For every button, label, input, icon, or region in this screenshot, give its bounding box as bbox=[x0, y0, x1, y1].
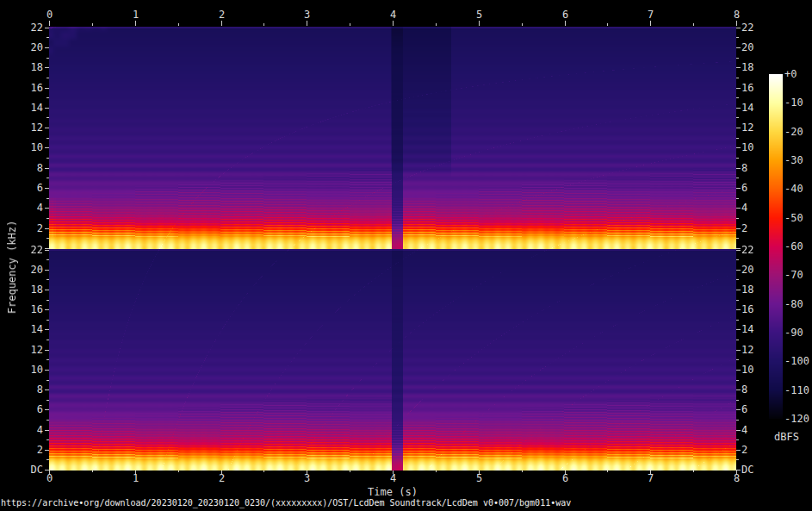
freq-major-tick-right bbox=[736, 270, 741, 271]
freq-minor-tick-right bbox=[736, 178, 739, 178]
freq-major-tick-right bbox=[736, 290, 741, 290]
freq-minor-tick-left bbox=[46, 198, 49, 199]
freq-minor-tick-left bbox=[46, 300, 49, 301]
freq-tick-label-right: 8 bbox=[741, 163, 747, 174]
freq-major-tick-right bbox=[736, 389, 741, 390]
time-major-tick-top bbox=[307, 21, 307, 26]
time-tick-label-top: 1 bbox=[118, 9, 153, 21]
spectrogram-figure: 0011223344556677882222202018181616141412… bbox=[0, 0, 812, 511]
colorbar-tick-label: -80 bbox=[784, 299, 803, 310]
time-tick-label-top: 5 bbox=[462, 9, 497, 21]
freq-tick-label-right: 22 bbox=[741, 22, 753, 34]
time-minor-tick-top bbox=[607, 23, 608, 26]
freq-minor-tick-right bbox=[736, 259, 739, 260]
freq-major-tick-left bbox=[45, 147, 49, 148]
freq-major-tick-right bbox=[736, 28, 741, 28]
colorbar-tick-label: -60 bbox=[784, 241, 803, 252]
freq-tick-label-left: 10 bbox=[17, 142, 43, 153]
freq-tick-label-left: 22 bbox=[17, 245, 43, 256]
colorbar-unit-label: dBFS bbox=[774, 431, 799, 443]
time-axis-label: Time (s) bbox=[49, 486, 736, 498]
freq-major-tick-left bbox=[45, 108, 49, 109]
freq-major-tick-right bbox=[736, 88, 741, 89]
freq-tick-label-left: 2 bbox=[17, 445, 43, 456]
freq-minor-tick-left bbox=[46, 439, 49, 440]
freq-tick-label-right: 12 bbox=[741, 122, 753, 134]
freq-tick-label-left: 4 bbox=[17, 203, 43, 214]
freq-major-tick-right bbox=[736, 228, 741, 229]
freq-tick-label-left: 20 bbox=[17, 42, 43, 53]
freq-major-tick-left bbox=[45, 168, 49, 169]
freq-tick-label-right: 12 bbox=[741, 345, 753, 356]
freq-tick-label-right: 6 bbox=[741, 404, 747, 415]
time-tick-label-bottom: 2 bbox=[204, 473, 239, 484]
freq-major-tick-left bbox=[45, 309, 49, 310]
freq-tick-label-left: 12 bbox=[17, 122, 43, 134]
frequency-axis-label: Frequency (kHz) bbox=[6, 221, 18, 314]
colorbar bbox=[769, 74, 783, 419]
freq-major-tick-right bbox=[736, 409, 741, 410]
freq-major-tick-left bbox=[45, 329, 49, 330]
freq-tick-label-right: 4 bbox=[741, 425, 747, 436]
freq-minor-tick-left bbox=[46, 158, 49, 159]
time-minor-tick-top bbox=[693, 23, 694, 26]
freq-major-tick-right bbox=[736, 47, 741, 48]
freq-major-tick-left bbox=[45, 270, 49, 271]
freq-major-tick-left bbox=[45, 208, 49, 209]
time-tick-label-bottom: 3 bbox=[289, 473, 325, 484]
freq-tick-label-right: 14 bbox=[741, 324, 753, 335]
freq-tick-label-right: 22 bbox=[741, 245, 753, 256]
freq-minor-tick-right bbox=[736, 238, 739, 239]
freq-minor-tick-left bbox=[46, 420, 49, 421]
colorbar-tick-label: -110 bbox=[784, 385, 809, 396]
freq-major-tick-left bbox=[45, 67, 49, 68]
time-tick-label-bottom: 1 bbox=[118, 473, 153, 484]
time-tick-label-top: 2 bbox=[204, 9, 239, 21]
freq-major-tick-right bbox=[736, 309, 741, 310]
time-minor-tick-bottom bbox=[436, 470, 437, 472]
time-tick-label-bottom: 4 bbox=[375, 473, 411, 484]
freq-tick-label-left: 6 bbox=[17, 404, 43, 415]
freq-tick-label-right: 18 bbox=[741, 284, 753, 296]
time-tick-label-bottom: 6 bbox=[548, 473, 583, 484]
freq-minor-tick-right bbox=[736, 37, 739, 38]
freq-minor-tick-right bbox=[736, 138, 739, 139]
freq-minor-tick-left bbox=[46, 218, 49, 219]
time-minor-tick-bottom bbox=[178, 470, 179, 472]
colorbar-tick-label: -50 bbox=[784, 213, 803, 224]
freq-major-tick-left bbox=[45, 128, 49, 128]
time-tick-label-top: 0 bbox=[32, 9, 67, 21]
freq-major-tick-right bbox=[736, 350, 741, 351]
time-tick-label-top: 3 bbox=[289, 9, 325, 21]
colorbar-tick-label: -70 bbox=[784, 270, 803, 281]
freq-minor-tick-left bbox=[46, 359, 49, 360]
time-minor-tick-bottom bbox=[693, 470, 694, 472]
freq-minor-tick-right bbox=[736, 198, 739, 199]
colorbar-tick-label: -120 bbox=[784, 414, 809, 425]
freq-minor-tick-left bbox=[46, 37, 49, 38]
freq-tick-label-right: 6 bbox=[741, 183, 747, 194]
freq-tick-label-left: 2 bbox=[17, 223, 43, 234]
freq-major-tick-right bbox=[736, 67, 741, 68]
freq-tick-label-right: 10 bbox=[741, 142, 753, 153]
freq-tick-label-right: 14 bbox=[741, 103, 753, 114]
freq-major-tick-left bbox=[45, 409, 49, 410]
freq-minor-tick-right bbox=[736, 320, 739, 321]
time-minor-tick-bottom bbox=[92, 470, 93, 472]
time-minor-tick-top bbox=[178, 23, 179, 26]
freq-tick-label-left: 14 bbox=[17, 103, 43, 114]
freq-minor-tick-left bbox=[46, 259, 49, 260]
freq-minor-tick-right bbox=[736, 218, 739, 219]
time-major-tick-top bbox=[736, 21, 737, 26]
freq-minor-tick-left bbox=[46, 58, 49, 59]
freq-dc-label-right: DC bbox=[741, 464, 753, 476]
freq-tick-label-right: 10 bbox=[741, 365, 753, 376]
time-minor-tick-top bbox=[263, 23, 264, 26]
freq-minor-tick-left bbox=[46, 459, 49, 460]
freq-minor-tick-right bbox=[736, 340, 739, 340]
freq-tick-label-right: 8 bbox=[741, 384, 747, 396]
freq-major-tick-left bbox=[45, 28, 49, 28]
freq-tick-label-left: 12 bbox=[17, 345, 43, 356]
time-minor-tick-top bbox=[92, 23, 93, 26]
colorbar-tick-label: -10 bbox=[784, 97, 803, 109]
